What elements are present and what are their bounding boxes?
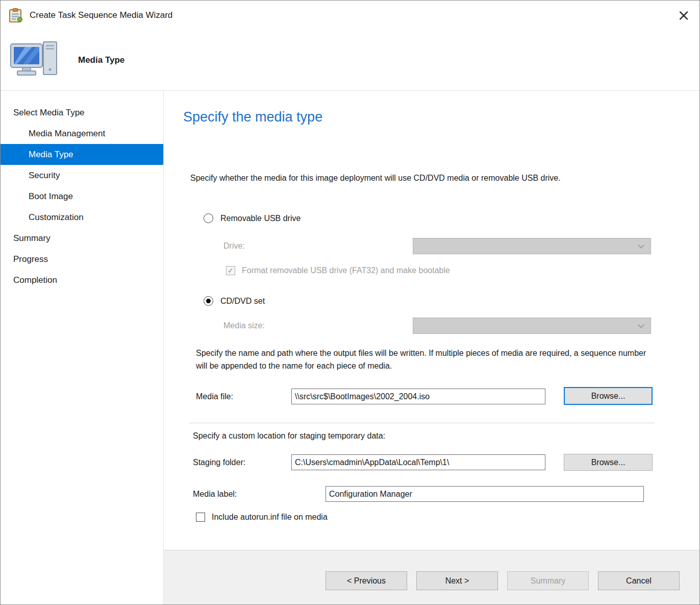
sidebar-item-media-management: Media Management xyxy=(1,123,163,144)
chevron-down-icon xyxy=(638,322,644,328)
autorun-checkbox-label: Include autorun.inf file on media xyxy=(212,513,328,522)
sidebar-item-progress: Progress xyxy=(1,249,163,270)
autorun-checkbox[interactable]: Include autorun.inf file on media xyxy=(196,513,328,522)
cancel-button[interactable]: Cancel xyxy=(598,571,680,590)
staging-folder-browse-button[interactable]: Browse... xyxy=(564,454,653,471)
usb-drive-radio[interactable]: Removable USB drive xyxy=(204,213,301,223)
cd-dvd-radio[interactable]: CD/DVD set xyxy=(204,296,265,306)
section-divider xyxy=(189,423,655,423)
summary-button: Summary xyxy=(507,571,589,590)
chevron-down-icon xyxy=(638,242,644,249)
close-icon: × xyxy=(677,8,690,23)
radio-indicator xyxy=(204,296,213,306)
media-size-select xyxy=(413,318,651,334)
format-usb-checkbox: ✓ Format removable USB drive (FAT32) and… xyxy=(226,266,450,275)
intro-text: Specify whether the media for this image… xyxy=(190,172,652,184)
wizard-sidebar: Select Media Type Media Management Media… xyxy=(1,91,164,604)
drive-select xyxy=(413,238,651,254)
media-file-label: Media file: xyxy=(196,392,233,401)
wizard-content: Specify the media type Specify whether t… xyxy=(164,91,699,604)
sidebar-item-security: Security xyxy=(1,165,163,186)
media-size-label: Media size: xyxy=(223,321,265,330)
media-file-input[interactable] xyxy=(291,389,545,404)
staging-folder-label: Staging folder: xyxy=(193,458,245,467)
cd-dvd-radio-label: CD/DVD set xyxy=(220,297,265,306)
sidebar-item-customization: Customization xyxy=(1,207,163,228)
sidebar-item-summary: Summary xyxy=(1,228,163,249)
content-main: Specify the media type Specify whether t… xyxy=(164,91,699,550)
output-files-text: Specify the name and path where the outp… xyxy=(196,347,655,372)
window-title: Create Task Sequence Media Wizard xyxy=(30,10,172,20)
drive-label: Drive: xyxy=(223,241,245,251)
staging-folder-input[interactable] xyxy=(291,454,545,470)
previous-button[interactable]: < Previous xyxy=(326,571,407,590)
title-bar: Create Task Sequence Media Wizard × xyxy=(1,1,699,30)
content-heading: Specify the media type xyxy=(183,109,322,125)
media-file-browse-button[interactable]: Browse... xyxy=(564,387,653,405)
staging-section-text: Specify a custom location for staging te… xyxy=(193,431,385,441)
media-label-label: Media label: xyxy=(193,490,237,499)
media-label-input[interactable] xyxy=(326,486,644,502)
radio-indicator xyxy=(204,213,213,223)
sidebar-item-completion: Completion xyxy=(1,270,163,291)
usb-drive-radio-label: Removable USB drive xyxy=(220,214,301,223)
wizard-window: Create Task Sequence Media Wizard × Medi… xyxy=(0,0,700,605)
wizard-header: Media Type xyxy=(1,30,699,90)
wizard-body: Select Media Type Media Management Media… xyxy=(1,90,699,604)
sidebar-item-boot-image: Boot Image xyxy=(1,186,163,207)
computer-icon xyxy=(10,39,62,82)
sidebar-item-media-type: Media Type xyxy=(1,144,163,165)
checkbox-unchecked-icon xyxy=(196,513,205,522)
page-title: Media Type xyxy=(78,55,124,65)
checkbox-checked-icon: ✓ xyxy=(226,266,235,275)
close-button[interactable]: × xyxy=(672,4,695,27)
app-icon xyxy=(8,8,23,23)
wizard-footer: < Previous Next > Summary Cancel xyxy=(164,550,699,604)
next-button[interactable]: Next > xyxy=(416,571,498,590)
format-usb-checkbox-label: Format removable USB drive (FAT32) and m… xyxy=(242,266,450,275)
sidebar-item-select-media-type: Select Media Type xyxy=(1,102,163,123)
